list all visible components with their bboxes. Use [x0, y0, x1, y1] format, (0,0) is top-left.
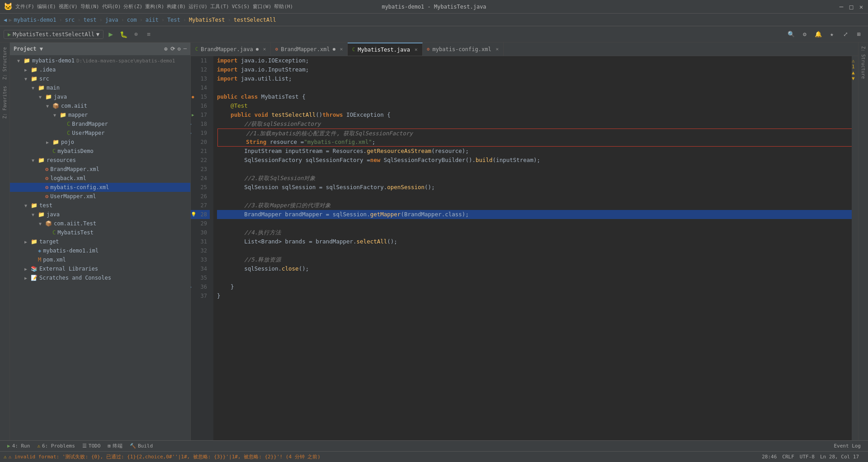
tree-mybatis-config-xml[interactable]: ⚙ mybatis-config.xml [10, 183, 190, 192]
tree-brandmapper-java[interactable]: C BrandMapper [10, 119, 190, 129]
tab-brandmapper-xml[interactable]: ⚙ BrandMapper.xml ✕ [271, 43, 348, 56]
tree-idea[interactable]: ▶ 📁 .idea [10, 65, 190, 74]
tools-menu[interactable]: 工具(T) [210, 3, 229, 10]
profile-btn[interactable]: ≡ [143, 29, 154, 40]
nav-sep-7: › [183, 17, 186, 23]
tab-mybatis-config-xml[interactable]: ⚙ mybatis-config.xml ✕ [423, 43, 504, 56]
sidebar-icon-minimize[interactable]: ─ [184, 46, 187, 52]
build-bottom-tab[interactable]: 🔨 Build [126, 443, 156, 449]
settings-btn[interactable]: ⚙ [799, 29, 810, 40]
notification-btn[interactable]: 🔔 [813, 29, 824, 40]
tab-close-mybatistest-java[interactable]: ✕ [415, 47, 418, 52]
run-bottom-tab[interactable]: ▶ 4: Run [4, 443, 33, 449]
gutter-icon-18-break[interactable]: ◆ [191, 119, 191, 129]
tree-label-brandmapper-java: BrandMapper [72, 121, 108, 127]
line-12: 12 [191, 65, 210, 74]
code-content[interactable]: import java.io.IOException; import java.… [213, 56, 858, 440]
breadcrumb-testpkg[interactable]: Test [167, 17, 180, 23]
minimize-btn[interactable]: ─ [838, 4, 844, 10]
file-menu[interactable]: 文件(F) [15, 3, 34, 10]
breadcrumb-src[interactable]: src [65, 17, 75, 23]
tree-java[interactable]: ▼ 📁 java [10, 92, 190, 101]
gutter-icon-36-break[interactable]: ◆ [191, 282, 191, 291]
tree-scratches[interactable]: ▶ 📝 Scratches and Consoles [10, 273, 190, 282]
breadcrumb-java[interactable]: java [105, 17, 118, 23]
token-31b: (); [387, 237, 397, 246]
gutter-icon-17[interactable]: ▶ [192, 110, 194, 119]
refactor-menu[interactable]: 重构(R) [145, 3, 164, 10]
tab-close-mybatis-config-xml[interactable]: ✕ [496, 46, 499, 52]
breadcrumb-test[interactable]: test [84, 17, 97, 23]
event-log-tab[interactable]: Event Log [830, 443, 864, 449]
line-29: 29 [191, 219, 210, 228]
tab-close-brandmapper-xml[interactable]: ✕ [340, 46, 343, 52]
breadcrumb-com[interactable]: com [127, 17, 137, 23]
tree-pom-xml[interactable]: M pom.xml [10, 255, 190, 264]
run-btn[interactable]: ▶ [105, 29, 116, 40]
favorites-tab[interactable]: Z: Favorites [1, 83, 8, 121]
tree-test[interactable]: ▼ 📁 test [10, 201, 190, 210]
coverage-btn[interactable]: ⊕ [131, 29, 142, 40]
tree-comaiit[interactable]: ▼ 📦 com.aiit [10, 101, 190, 110]
tree-comaiit-test[interactable]: ▼ 📦 com.aiit.Test [10, 219, 190, 228]
bookmark-btn[interactable]: ★ [826, 29, 837, 40]
problems-bottom-tab[interactable]: ⚠ 6: Problems [33, 443, 78, 449]
tree-logback-xml[interactable]: ⚙ logback.xml [10, 174, 190, 183]
todo-bottom-tab[interactable]: ☰ TODO [79, 443, 104, 449]
status-crlf: CRLF [782, 454, 794, 460]
expand-btn[interactable]: ⤢ [840, 29, 851, 40]
tree-arrow-comaiit-test: ▼ [39, 221, 45, 226]
code-editor[interactable]: 11 12 13 14 15 ● 16 17 [191, 56, 858, 440]
breadcrumb-aiit[interactable]: aiit [146, 17, 159, 23]
structure-tab[interactable]: Z: Structure [1, 44, 8, 82]
nav-forward-btn[interactable]: ▶ [9, 17, 12, 23]
edit-menu[interactable]: 编辑(E) [37, 3, 56, 10]
close-btn[interactable]: ✕ [858, 4, 864, 10]
breadcrumb-class[interactable]: MybatisTest [189, 17, 225, 23]
tab-mybatistest-java[interactable]: C MybatisTest.java ✕ [348, 43, 422, 56]
maximize-btn[interactable]: □ [848, 4, 854, 10]
breadcrumb-root[interactable]: mybatis-demo1 [14, 17, 56, 23]
code-menu[interactable]: 代码(O) [102, 3, 121, 10]
tree-main[interactable]: ▼ 📁 main [10, 83, 190, 92]
tab-brandmapper-java[interactable]: C BrandMapper.java ✕ [191, 43, 271, 56]
tree-iml[interactable]: ◈ mybatis-demo1.iml [10, 246, 190, 255]
tree-root[interactable]: ▼ 📁 mybatis-demo1 D:\idea-maven-space\my… [10, 56, 190, 65]
run-config-dropdown[interactable]: ▶ MybatisTest.testSelectAll ▼ [4, 30, 104, 39]
help-menu[interactable]: 帮助(H) [274, 3, 293, 10]
linenum-32: 32 [201, 246, 207, 255]
sidebar-icon-settings[interactable]: ⚙ [178, 46, 181, 52]
layout-btn[interactable]: ⊞ [854, 29, 864, 40]
search-everywhere-btn[interactable]: 🔍 [786, 29, 797, 40]
tree-external-libs[interactable]: ▶ 📚 External Libraries [10, 264, 190, 273]
window-menu[interactable]: 窗口(W) [253, 3, 272, 10]
tree-test-java[interactable]: ▼ 📁 java [10, 210, 190, 219]
token-17e: IOException { [343, 110, 391, 119]
tree-target[interactable]: ▶ 📁 target [10, 237, 190, 246]
analyze-menu[interactable]: 分析(Z) [123, 3, 142, 10]
tree-src[interactable]: ▼ 📁 src [10, 74, 190, 83]
tree-mybatistest-java[interactable]: C MybatisTest [10, 228, 190, 237]
tree-mapper[interactable]: ▼ 📁 mapper [10, 110, 190, 119]
tree-brandmapper-xml[interactable]: ⚙ BrandMapper.xml [10, 165, 190, 174]
tree-pojo[interactable]: ▶ 📁 pojo [10, 138, 190, 147]
sidebar-icon-sync[interactable]: ⟳ [170, 46, 175, 52]
gutter-bulb-28[interactable]: 💡 [191, 210, 196, 219]
breadcrumb-method[interactable]: testSelectAll [234, 17, 276, 23]
build-menu[interactable]: 构建(B) [167, 3, 186, 10]
tab-close-brandmapper-java[interactable]: ✕ [263, 46, 266, 52]
gutter-icon-15[interactable]: ● [192, 92, 194, 101]
nav-back-btn[interactable]: ◀ [4, 17, 7, 23]
tree-usermapper-java[interactable]: C UserMapper [10, 129, 190, 138]
debug-btn[interactable]: 🐛 [118, 29, 129, 40]
gutter-icon-19-break[interactable]: ◆ [191, 129, 191, 138]
nav-menu[interactable]: 导航(N) [80, 3, 99, 10]
tree-usermapper-xml[interactable]: ⚙ UserMapper.xml [10, 192, 190, 201]
run-menu[interactable]: 运行(U) [189, 3, 208, 10]
tree-mybatisdemo[interactable]: C mybatisDemo [10, 147, 190, 156]
terminal-bottom-tab[interactable]: ⊞ 终端 [104, 443, 126, 449]
sidebar-icon-add[interactable]: ⊕ [164, 46, 167, 52]
vcs-menu[interactable]: VCS(S) [232, 4, 250, 10]
view-menu[interactable]: 视图(V) [59, 3, 78, 10]
tree-resources[interactable]: ▼ 📁 resources [10, 156, 190, 165]
